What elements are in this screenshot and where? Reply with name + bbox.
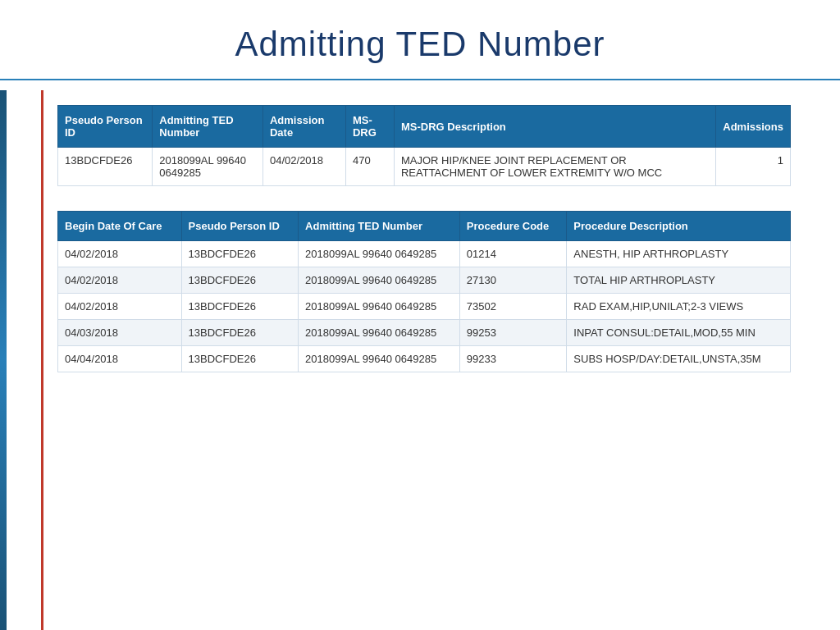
cell-admission-date: 04/02/2018 (262, 148, 345, 186)
table-row: 04/02/2018 13BDCFDE26 2018099AL 99640 06… (58, 267, 791, 294)
cell-ms-drg-description: MAJOR HIP/KNEE JOINT REPLACEMENT OR REAT… (394, 148, 715, 186)
col-begin-date: Begin Date Of Care (58, 212, 182, 241)
admissions-table: Pseudo Person ID Admitting TED Number Ad… (57, 105, 791, 186)
cell-begin-date: 04/02/2018 (58, 241, 182, 267)
cell-procedure-desc: INPAT CONSUL:DETAIL,MOD,55 MIN (567, 320, 791, 346)
cell-procedure-code: 27130 (459, 267, 567, 294)
page-title: Admitting TED Number (16, 25, 824, 64)
cell-pseudo-person-id: 13BDCFDE26 (181, 294, 299, 320)
cell-procedure-desc: SUBS HOSP/DAY:DETAIL,UNSTA,35M (567, 346, 791, 372)
col-admission-date: Admission Date (262, 106, 345, 148)
cell-procedure-code: 73502 (459, 294, 567, 320)
col-pseudo-person-id: Pseudo Person ID (58, 106, 153, 148)
col-admitting-ted-2: Admitting TED Number (299, 212, 460, 241)
top-table-section: Pseudo Person ID Admitting TED Number Ad… (57, 105, 791, 186)
page-container: Admitting TED Number Pseudo Person ID Ad… (0, 0, 840, 630)
cell-admitting-ted: 2018099AL 99640 0649285 (299, 320, 460, 346)
col-admitting-ted-number: Admitting TED Number (153, 106, 263, 148)
cell-begin-date: 04/02/2018 (58, 294, 182, 320)
cell-ms-drg: 470 (345, 148, 394, 186)
cell-pseudo-person-id: 13BDCFDE26 (181, 267, 299, 294)
col-ms-drg-description: MS-DRG Description (394, 106, 715, 148)
cell-procedure-code: 99253 (459, 320, 567, 346)
red-accent-line (41, 90, 43, 630)
table-row: 13BDCFDE26 2018099AL 99640 0649285 04/02… (58, 148, 791, 186)
cell-pseudo-person-id: 13BDCFDE26 (181, 346, 299, 372)
cell-admitting-ted: 2018099AL 99640 0649285 (299, 346, 460, 372)
bottom-table-section: Begin Date Of Care Pseudo Person ID Admi… (57, 211, 791, 372)
cell-admitting-ted: 2018099AL 99640 0649285 (299, 267, 460, 294)
cell-begin-date: 04/04/2018 (58, 346, 182, 372)
table-row: 04/03/2018 13BDCFDE26 2018099AL 99640 06… (58, 320, 791, 346)
cell-procedure-desc: RAD EXAM,HIP,UNILAT;2-3 VIEWS (567, 294, 791, 320)
bottom-table-header-row: Begin Date Of Care Pseudo Person ID Admi… (58, 212, 791, 241)
procedures-table: Begin Date Of Care Pseudo Person ID Admi… (57, 211, 791, 372)
col-procedure-desc: Procedure Description (567, 212, 791, 241)
cell-pseudo-person-id: 13BDCFDE26 (181, 241, 299, 267)
col-admissions: Admissions (716, 106, 791, 148)
cell-procedure-code: 99233 (459, 346, 567, 372)
table-row: 04/02/2018 13BDCFDE26 2018099AL 99640 06… (58, 241, 791, 267)
table-row: 04/02/2018 13BDCFDE26 2018099AL 99640 06… (58, 294, 791, 320)
cell-procedure-desc: TOTAL HIP ARTHROPLASTY (567, 267, 791, 294)
cell-admitting-ted: 2018099AL 99640 0649285 (299, 241, 460, 267)
content-area: Pseudo Person ID Admitting TED Number Ad… (0, 80, 840, 413)
cell-procedure-code: 01214 (459, 241, 567, 267)
left-accent-bar (0, 90, 7, 630)
top-table-header-row: Pseudo Person ID Admitting TED Number Ad… (58, 106, 791, 148)
table-row: 04/04/2018 13BDCFDE26 2018099AL 99640 06… (58, 346, 791, 372)
col-pseudo-person-id-2: Pseudo Person ID (181, 212, 299, 241)
cell-admissions: 1 (716, 148, 791, 186)
cell-pseudo-person-id: 13BDCFDE26 (181, 320, 299, 346)
cell-begin-date: 04/02/2018 (58, 267, 182, 294)
cell-begin-date: 04/03/2018 (58, 320, 182, 346)
cell-procedure-desc: ANESTH, HIP ARTHROPLASTY (567, 241, 791, 267)
cell-admitting-ted: 2018099AL 99640 0649285 (299, 294, 460, 320)
cell-admitting-ted: 2018099AL 99640 0649285 (153, 148, 263, 186)
col-ms-drg: MS-DRG (345, 106, 394, 148)
cell-pseudo-person-id: 13BDCFDE26 (58, 148, 153, 186)
col-procedure-code: Procedure Code (459, 212, 567, 241)
title-area: Admitting TED Number (0, 0, 840, 72)
